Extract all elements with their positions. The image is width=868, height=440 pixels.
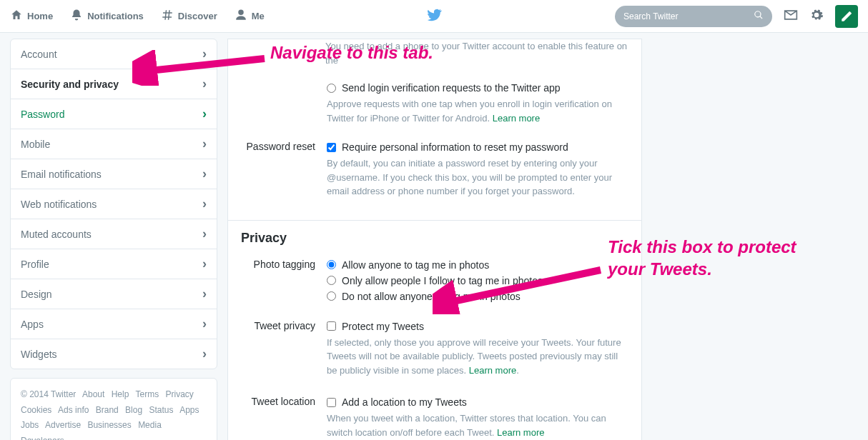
tweet-location-checkbox[interactable] [327, 398, 336, 407]
password-reset-help: By default, you can initiate a password … [327, 155, 628, 204]
sidebar-item-email[interactable]: Email notifications› [11, 159, 217, 189]
chevron-right-icon: › [202, 196, 207, 211]
messages-icon[interactable] [784, 8, 798, 24]
sidebar-item-label: Apps [21, 319, 44, 330]
nav-me-label: Me [252, 11, 265, 21]
sidebar-item-security[interactable]: Security and privacy› [11, 69, 217, 99]
nav-discover[interactable]: Discover [161, 9, 217, 24]
footer-link[interactable]: Businesses [87, 420, 131, 430]
chevron-right-icon: › [202, 256, 207, 271]
sidebar-item-password[interactable]: Password› [11, 99, 217, 129]
chevron-right-icon: › [202, 46, 207, 61]
settings-sidebar: Account› Security and privacy› Password›… [10, 39, 217, 440]
footer-link[interactable]: Jobs [21, 420, 39, 430]
sidebar-item-label: Security and privacy [21, 79, 119, 90]
chevron-right-icon: › [202, 316, 207, 331]
option-label: Send login verification requests to the … [342, 82, 561, 94]
nav-me[interactable]: Me [235, 9, 265, 24]
add-phone-link[interactable]: add a phone [378, 41, 429, 51]
footer-link[interactable]: Apps [179, 405, 199, 415]
chevron-right-icon: › [202, 76, 207, 91]
top-nav: Home Notifications Discover Me [0, 0, 868, 33]
tweet-location-help: When you tweet with a location, Twitter … [327, 410, 628, 440]
sidebar-item-label: Web notifications [21, 199, 97, 210]
photo-opt-anyone[interactable]: Allow anyone to tag me in photos [327, 257, 628, 273]
sidebar-item-label: Profile [21, 259, 49, 270]
nav-home-label: Home [27, 11, 53, 21]
footer-links: © 2014 Twitter About Help Terms Privacy … [10, 378, 217, 440]
sidebar-item-account[interactable]: Account› [11, 39, 217, 69]
photo-tagging-label: Photo tagging [241, 257, 327, 304]
footer-link[interactable]: Developers [21, 436, 64, 440]
footer-link[interactable]: Help [112, 389, 129, 399]
sidebar-item-widgets[interactable]: Widgets› [11, 339, 217, 369]
footer-link[interactable]: Cookies [21, 405, 51, 415]
sidebar-item-muted[interactable]: Muted accounts› [11, 219, 217, 249]
sidebar-item-mobile[interactable]: Mobile› [11, 129, 217, 159]
gear-icon[interactable] [809, 8, 824, 24]
sidebar-item-design[interactable]: Design› [11, 279, 217, 309]
privacy-heading: Privacy [228, 221, 641, 249]
nav-home[interactable]: Home [10, 9, 53, 24]
footer-link[interactable]: Media [138, 420, 162, 430]
photo-opt-none[interactable]: Do not allow anyone to tag me in photos [327, 289, 628, 304]
footer-link[interactable]: Status [149, 405, 173, 415]
photo-radio-following[interactable] [327, 276, 336, 285]
nav-notifications-label: Notifications [87, 11, 144, 21]
sidebar-item-label: Muted accounts [21, 229, 92, 240]
home-icon [10, 9, 23, 24]
sidebar-item-label: Mobile [21, 139, 50, 150]
chevron-right-icon: › [202, 166, 207, 181]
option-label: Do not allow anyone to tag me in photos [342, 291, 521, 302]
option-label: Protect my Tweets [342, 321, 424, 332]
chevron-right-icon: › [202, 346, 207, 361]
learn-more-link[interactable]: Learn more [497, 427, 544, 438]
tweet-location-label: Tweet location [241, 394, 327, 440]
password-reset-label: Password reset [241, 139, 327, 204]
footer-link[interactable]: Advertise [45, 420, 81, 430]
learn-more-link[interactable]: Learn more [493, 113, 540, 124]
footer-link[interactable]: Ads info [58, 405, 89, 415]
sidebar-item-label: Password [21, 109, 64, 120]
password-reset-option[interactable]: Require personal information to reset my… [327, 139, 628, 155]
sidebar-item-web[interactable]: Web notifications› [11, 189, 217, 219]
login-verify-help: Approve requests with one tap when you e… [327, 96, 628, 131]
password-reset-checkbox[interactable] [327, 143, 336, 152]
add-phone-note: You need to add a phone to your Twitter … [228, 39, 641, 71]
login-verify-option[interactable]: Send login verification requests to the … [327, 80, 628, 96]
bell-icon [70, 9, 83, 24]
chevron-right-icon: › [202, 286, 207, 301]
chevron-right-icon: › [202, 136, 207, 151]
search-icon[interactable] [754, 10, 764, 22]
footer-link[interactable]: About [82, 389, 104, 399]
photo-radio-none[interactable] [327, 291, 336, 301]
settings-panel: You need to add a phone to your Twitter … [227, 39, 642, 440]
tweet-location-option[interactable]: Add a location to my Tweets [327, 394, 628, 410]
learn-more-link[interactable]: Learn more [469, 365, 516, 376]
option-label: Allow anyone to tag me in photos [342, 259, 489, 271]
photo-opt-following[interactable]: Only allow people I follow to tag me in … [327, 273, 628, 289]
protect-tweets-checkbox[interactable] [327, 321, 336, 331]
sidebar-item-label: Design [21, 289, 52, 300]
nav-discover-label: Discover [178, 11, 217, 21]
compose-button[interactable] [835, 5, 858, 28]
chevron-right-icon: › [202, 226, 207, 241]
photo-radio-anyone[interactable] [327, 260, 336, 269]
protect-tweets-help: If selected, only those you approve will… [327, 334, 628, 384]
sidebar-item-apps[interactable]: Apps› [11, 309, 217, 339]
footer-link[interactable]: Brand [96, 405, 119, 415]
twitter-logo[interactable] [426, 7, 442, 25]
login-verify-radio[interactable] [327, 84, 336, 93]
option-label: Only allow people I follow to tag me in … [342, 275, 543, 286]
search-input[interactable] [623, 11, 754, 21]
sidebar-item-profile[interactable]: Profile› [11, 249, 217, 279]
sidebar-item-label: Account [21, 49, 57, 60]
footer-link[interactable]: Privacy [166, 389, 194, 399]
protect-tweets-option[interactable]: Protect my Tweets [327, 319, 628, 334]
footer-link[interactable]: Blog [125, 405, 142, 415]
footer-link[interactable]: Terms [136, 389, 159, 399]
chevron-right-icon: › [202, 106, 207, 121]
tweet-privacy-label: Tweet privacy [241, 319, 327, 384]
search-box[interactable] [615, 6, 772, 27]
nav-notifications[interactable]: Notifications [70, 9, 144, 24]
